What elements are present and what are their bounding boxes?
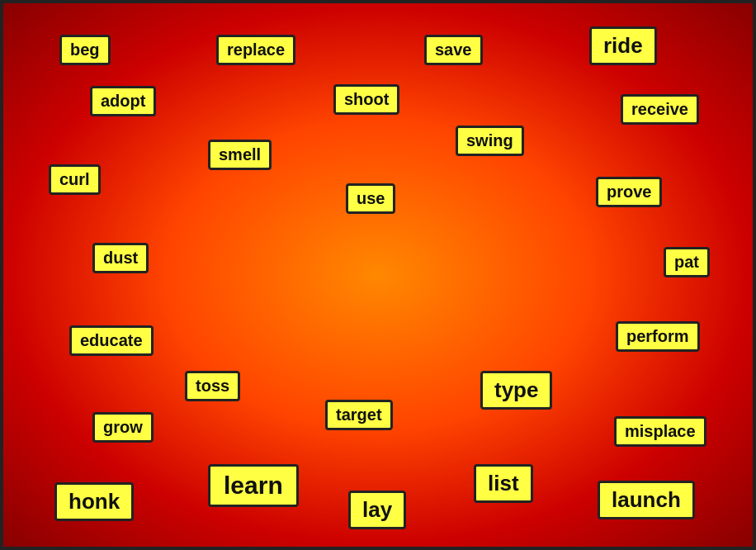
word-tag-prove: prove [596,177,662,207]
word-tag-pat: pat [664,247,710,277]
word-tag-ride: ride [589,26,657,65]
word-tag-curl: curl [49,164,101,195]
word-tag-swing: swing [456,126,524,156]
word-tag-perform: perform [616,321,700,352]
word-tag-shoot: shoot [333,84,399,115]
word-tag-type: type [480,371,552,410]
word-tag-adopt: adopt [90,86,156,116]
word-tag-list: list [474,464,533,503]
word-tag-save: save [424,35,483,65]
word-tag-misplace: misplace [614,416,706,447]
word-tag-learn: learn [208,464,299,507]
word-tag-grow: grow [92,412,154,443]
word-tag-honk: honk [54,482,134,521]
word-tag-beg: beg [59,35,111,65]
word-tag-dust: dust [92,243,149,273]
word-tag-target: target [325,400,393,430]
word-tag-educate: educate [69,325,154,356]
word-tag-lay: lay [348,491,406,529]
word-tag-toss: toss [185,371,240,401]
word-tag-launch: launch [598,481,695,519]
word-tag-receive: receive [621,94,699,125]
word-tag-smell: smell [208,140,272,170]
word-tag-replace: replace [216,35,295,65]
main-canvas: begreplacesaverideadoptshootreceiveswing… [0,0,756,550]
word-tag-use: use [346,183,395,214]
